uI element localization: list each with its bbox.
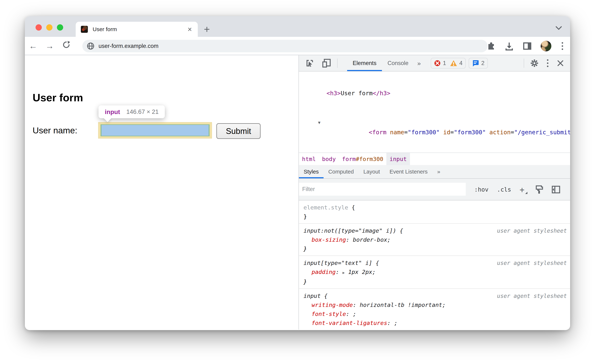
rendering-brush-icon[interactable] — [535, 185, 543, 194]
tab-favicon-icon — [81, 26, 88, 33]
tab-event-listeners[interactable]: Event Listeners — [385, 165, 432, 178]
filter-controls: :hov .cls + — [474, 179, 560, 200]
browser-toolbar: ← → user-form.example.com — [25, 37, 570, 55]
error-count: 1 — [443, 60, 446, 66]
devtools-panel: Elements Console » 1 4 2 — [298, 55, 570, 329]
rule-selector: element.style { — [304, 203, 570, 212]
profile-avatar[interactable] — [541, 41, 551, 51]
style-rule-input-not-image[interactable]: input:not([type="image" i]) {user agent … — [299, 224, 570, 256]
rule-property: font-variant-ligatures: ; — [304, 319, 570, 328]
tab-title: User form — [93, 26, 187, 32]
site-globe-icon[interactable] — [87, 42, 94, 50]
username-label: User name: — [33, 125, 77, 136]
devtools-tab-elements[interactable]: Elements — [347, 55, 382, 71]
rule-property: font-style: ; — [304, 309, 570, 319]
devtools-toolbar: Elements Console » 1 4 2 — [299, 55, 570, 71]
error-icon — [434, 60, 441, 66]
web-page: User form input 146.67 × 21 User name: S… — [25, 55, 298, 329]
stylesheet-origin: user agent stylesheet — [497, 258, 567, 267]
highlight-content-layer — [101, 125, 209, 136]
tab-layout[interactable]: Layout — [359, 165, 385, 178]
downloads-icon[interactable] — [505, 42, 514, 51]
stylesheet-origin: user agent stylesheet — [497, 226, 567, 235]
rule-close-brace: } — [304, 212, 570, 221]
expand-twisty-icon[interactable]: ▼ — [318, 118, 320, 128]
issues-badge[interactable]: 2 — [469, 58, 488, 69]
tab-close-icon[interactable]: × — [187, 26, 193, 33]
rule-close-brace: } — [304, 244, 570, 253]
tree-line-form-open[interactable]: ▼<form name="form300" id="form300" actio… — [299, 118, 570, 147]
devtools-menu-kebab-icon[interactable] — [543, 55, 552, 71]
tree-line-h3-partial[interactable]: <h3>User form</h3> — [299, 88, 570, 98]
rule-selector: input[type="text" i] {user agent stylesh… — [304, 258, 570, 267]
styles-pane: element.style { } input:not([type="image… — [299, 200, 570, 329]
tab-strip: User form × + — [25, 16, 570, 37]
url-text: user-form.example.com — [99, 43, 159, 49]
submit-button[interactable]: Submit — [216, 123, 261, 139]
device-toolbar-icon[interactable] — [318, 55, 335, 71]
username-input-highlighted[interactable] — [98, 122, 212, 139]
close-window-button[interactable] — [35, 24, 42, 31]
back-button[interactable]: ← — [25, 41, 42, 51]
breadcrumb-form[interactable]: form#form300 — [339, 153, 386, 165]
tab-search-chevron-icon[interactable] — [555, 26, 562, 30]
style-rule-input-type-text[interactable]: input[type="text" i] {user agent stylesh… — [299, 256, 570, 289]
reload-button[interactable] — [58, 41, 75, 51]
tooltip-element-name: input — [105, 108, 120, 115]
toolbar-divider — [524, 59, 524, 68]
minimize-window-button[interactable] — [46, 24, 52, 31]
toolbar-actions — [487, 37, 565, 55]
browser-menu-kebab-icon[interactable] — [560, 42, 565, 50]
breadcrumb-html[interactable]: html — [299, 153, 319, 165]
tab-computed[interactable]: Computed — [324, 165, 359, 178]
elements-tree: <h3>User form</h3> ▼<form name="form300"… — [299, 71, 570, 152]
rule-selector: input:not([type="image" i]) {user agent … — [304, 226, 570, 235]
inspect-element-icon[interactable] — [301, 55, 318, 71]
inspect-tooltip: input 146.67 × 21 — [99, 105, 165, 118]
warning-icon — [450, 60, 457, 66]
rule-property: writing-mode: horizontal-tb !important; — [304, 300, 570, 309]
toggle-pseudo-hov-button[interactable]: :hov — [474, 186, 488, 193]
highlight-padding-layer — [100, 124, 210, 136]
tab-styles[interactable]: Styles — [299, 165, 324, 178]
style-rule-input[interactable]: input {user agent stylesheet writing-mod… — [299, 289, 570, 329]
styles-filter-bar: Filter :hov .cls + — [299, 179, 570, 200]
issues-icon — [472, 60, 479, 67]
zoom-window-button[interactable] — [57, 24, 63, 31]
address-bar[interactable]: user-form.example.com — [82, 40, 488, 52]
settings-gear-icon[interactable] — [526, 55, 543, 71]
devtools-toolbar-right — [522, 55, 570, 71]
new-style-rule-button[interactable]: + — [520, 185, 527, 194]
toggle-cls-button[interactable]: .cls — [497, 186, 511, 193]
breadcrumb-input[interactable]: input — [386, 153, 410, 165]
rule-property: font-variant-caps: ; — [304, 328, 570, 329]
breadcrumb-body[interactable]: body — [319, 153, 339, 165]
warning-count: 4 — [459, 60, 462, 66]
toolbar-divider — [337, 59, 338, 68]
stylesheet-origin: user agent stylesheet — [497, 292, 567, 300]
window-controls — [35, 24, 63, 31]
side-panel-icon[interactable] — [523, 42, 532, 51]
desktop-background: User form × + ← → user-form.example.com — [0, 0, 595, 364]
forward-button[interactable]: → — [42, 41, 58, 51]
rule-selector: input {user agent stylesheet — [304, 292, 570, 300]
errors-warnings-badge[interactable]: 1 4 — [431, 58, 466, 69]
dom-breadcrumbs: html body form#form300 input — [299, 152, 570, 165]
issues-count: 2 — [481, 60, 484, 66]
rule-property: padding: ▶ 1px 2px; — [304, 267, 570, 277]
toggle-sidebar-panel-icon[interactable] — [552, 186, 560, 193]
new-tab-button[interactable]: + — [204, 25, 210, 34]
devtools-tab-console[interactable]: Console — [382, 55, 414, 71]
page-title: User form — [33, 91, 83, 104]
sidebar-more-tabs-chevron[interactable]: » — [432, 165, 445, 178]
rule-property: box-sizing: border-box; — [304, 235, 570, 244]
browser-tab[interactable]: User form × — [76, 22, 198, 37]
rule-close-brace: } — [304, 277, 570, 286]
extensions-puzzle-icon[interactable] — [487, 42, 496, 51]
sidebar-tabs: Styles Computed Layout Event Listeners » — [299, 165, 570, 179]
filter-input[interactable]: Filter — [299, 183, 466, 196]
tooltip-element-size: 146.67 × 21 — [126, 108, 159, 115]
style-rule-element-style[interactable]: element.style { } — [299, 200, 570, 224]
more-tabs-chevron[interactable]: » — [414, 55, 424, 71]
devtools-close-icon[interactable] — [552, 55, 568, 71]
